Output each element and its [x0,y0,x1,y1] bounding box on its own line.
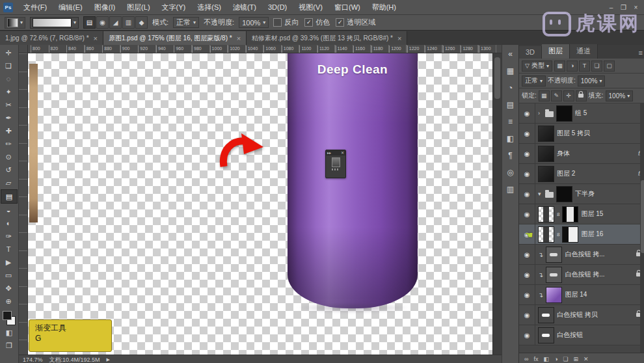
hand-tool[interactable]: ✥ [1,282,16,295]
panel-tab-3D[interactable]: 3D [519,46,542,59]
checkbox-反向[interactable]: 反向 [273,18,299,27]
lock-brush-icon[interactable]: ✎ [551,90,562,101]
new-layer-icon[interactable]: ⊞ [573,356,578,362]
checkbox-box[interactable] [273,18,282,27]
visibility-toggle[interactable]: ◉ [519,184,535,204]
lasso-tool[interactable]: ◌ [1,72,16,85]
menu-item[interactable]: 3D(D) [262,3,293,11]
menu-item[interactable]: 文件(F) [18,3,53,12]
styles-panel-icon[interactable]: ▤ [504,98,517,111]
fill-field[interactable]: 100% ▾ [606,90,634,101]
paragraph-panel-icon[interactable]: ¶ [504,149,517,161]
layer-row[interactable]: ◉8图层 16☚ [519,224,644,245]
layer-row[interactable]: ◉身体fx [519,144,644,164]
menu-item[interactable]: 文字(Y) [156,3,192,12]
menu-item[interactable]: 滤镜(T) [227,3,262,12]
filter-smart-object-icon[interactable]: ▢ [604,60,615,72]
histogram-panel-icon[interactable]: ▥ [504,183,517,195]
link-layers-icon[interactable]: ∞ [524,356,528,362]
new-group-icon[interactable]: ❏ [563,356,568,362]
zoom-tool[interactable]: ⊕ [1,295,16,308]
layer-row[interactable]: ◉›组 5 [519,103,644,124]
minimize-button[interactable]: – [605,4,617,11]
panel-tab-通道[interactable]: 通道 [570,44,598,59]
layer-row[interactable]: ◉白色按钮 拷贝 [519,305,644,325]
layer-row[interactable]: ◉↴白色按钮 拷... [519,245,644,265]
close-icon[interactable]: ✕ [341,151,344,155]
layer-row[interactable]: ◉图层 5 拷贝 [519,124,644,144]
checkbox-仿色[interactable]: ✓仿色 [304,18,330,27]
visibility-toggle[interactable]: ◉ [519,265,535,284]
menu-item[interactable]: 图像(I) [88,3,121,12]
crop-tool[interactable]: ✂ [1,98,16,111]
filter-adjustment-layers-icon[interactable]: ◑ [567,60,578,72]
layer-row[interactable]: ◉图层 2fx [519,164,644,184]
filter-type-select[interactable]: ▽ 类型 ▾ [522,60,552,72]
linear-gradient-button[interactable]: ▤ [83,16,96,29]
maximize-button[interactable]: ❐ [617,4,630,11]
visibility-toggle[interactable]: ◉ [519,144,535,163]
mini-panel-controls-icon[interactable]: ▸▸ [327,151,331,155]
angle-gradient-button[interactable]: ◢ [109,16,122,29]
color-swatches[interactable] [2,310,16,326]
lock-position-icon[interactable]: ✛ [563,90,574,101]
visibility-toggle[interactable]: ◉ [519,204,535,224]
eraser-tool[interactable]: ▱ [1,176,16,189]
collapse-panels-icon[interactable]: « [504,47,517,60]
layers-scrollbar[interactable] [640,103,644,353]
layer-row[interactable]: ◉8图层 15 [519,204,644,224]
layer-row[interactable]: ◉▾下半身 [519,184,644,204]
checkbox-box[interactable]: ✓ [304,18,313,27]
healing-brush-tool[interactable]: ✚ [1,124,16,137]
tool-preset-picker[interactable]: ▾ [5,17,25,29]
visibility-toggle[interactable]: ◉ [519,124,535,143]
visibility-toggle[interactable]: ◉ [519,103,535,123]
panel-tab-图层[interactable]: 图层 [542,44,570,59]
adjustment-layer-icon[interactable]: ◑ [554,356,557,362]
brush-tool[interactable]: ✏ [1,137,16,150]
gradient-tool[interactable]: ▤ [1,189,18,204]
layer-row[interactable]: ◉↴图层 14 [519,285,644,305]
mini-panel[interactable]: ▸▸ ✕ [325,150,346,178]
reflected-gradient-button[interactable]: ▥ [122,16,135,29]
quick-selection-tool[interactable]: ✦ [1,85,16,98]
visibility-toggle[interactable]: ◉ [519,305,535,325]
zoom-level[interactable]: 174.7% [23,356,43,363]
mode-select[interactable]: 正常 ▾ [173,17,199,28]
pen-tool[interactable]: ✑ [1,230,16,243]
close-icon[interactable]: × [237,34,241,42]
lock-transparency-icon[interactable]: ▦ [539,90,550,101]
visibility-toggle[interactable]: ◉ [519,164,535,183]
canvas-vertical-scrollbar[interactable] [492,53,502,355]
checkbox-透明区域[interactable]: ✓透明区域 [336,18,375,27]
close-icon[interactable]: × [94,34,98,42]
path-selection-tool[interactable]: ▶ [1,256,16,269]
clone-source-panel-icon[interactable]: ◎ [504,166,517,178]
expand-icon[interactable]: ▾ [538,191,543,197]
opacity-select[interactable]: 100% ▾ [239,17,269,28]
close-icon[interactable]: × [397,34,401,42]
swatches-panel-icon[interactable]: ▦ [504,64,517,77]
close-button[interactable]: × [630,4,642,11]
menu-item[interactable]: 图层(L) [121,3,155,12]
document-tab[interactable]: 原图1.psd @ 175% (图层 16, 图层蒙版/8) *× [103,31,247,45]
radial-gradient-button[interactable]: ◉ [96,16,109,29]
adjustments-panel-icon[interactable]: ◔ [504,81,517,94]
diamond-gradient-button[interactable]: ◆ [135,16,148,29]
filter-shape-layers-icon[interactable]: ❏ [591,60,602,72]
delete-layer-icon[interactable]: ✕ [584,356,589,362]
masks-panel-icon[interactable]: ◧ [504,132,517,144]
layer-row[interactable]: ◉↴白色按钮 拷... [519,265,644,285]
marquee-tool[interactable]: ❏ [1,59,16,72]
scrollbar-thumb[interactable] [641,180,644,253]
expand-icon[interactable]: › [538,110,543,116]
menu-item[interactable]: 帮助(H) [366,3,402,12]
type-tool[interactable]: T [1,243,16,256]
checkbox-box[interactable]: ✓ [336,18,344,27]
menu-item[interactable]: 窗口(W) [329,3,366,12]
history-brush-tool[interactable]: ↺ [1,163,16,176]
visibility-toggle[interactable]: ◉ [519,245,535,264]
menu-item[interactable]: 编辑(E) [53,3,88,12]
blend-mode-select[interactable]: 正常 ▾ [522,75,546,87]
canvas[interactable]: Deep Clean ▸▸ ✕ [28,53,492,355]
